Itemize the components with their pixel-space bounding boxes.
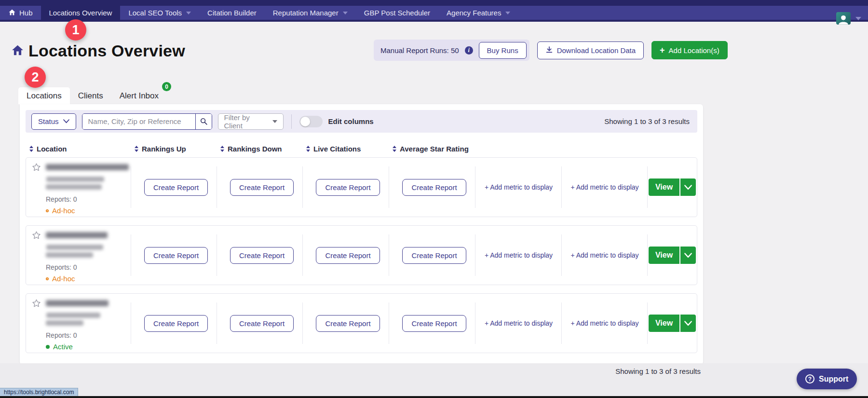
table-header-row: Location Rankings Up Rankings Down Live … bbox=[26, 140, 697, 157]
tab-alert-inbox[interactable]: Alert Inbox 0 bbox=[111, 87, 167, 104]
tab-bar: Locations Clients Alert Inbox 0 bbox=[18, 87, 167, 104]
results-summary-bottom: Showing 1 to 3 of 3 results bbox=[530, 367, 701, 375]
status-label: Ad-hoc bbox=[52, 274, 75, 283]
create-report-button-rankings-down[interactable]: Create Report bbox=[230, 247, 294, 264]
create-report-button-star-rating[interactable]: Create Report bbox=[402, 179, 466, 196]
column-header-location[interactable]: Location bbox=[26, 145, 131, 153]
location-cell: Reports: 0 Ad-hoc bbox=[26, 158, 131, 217]
account-menu[interactable] bbox=[836, 12, 861, 25]
view-dropdown-button[interactable] bbox=[680, 315, 696, 332]
search-input[interactable] bbox=[82, 114, 195, 129]
column-header-label: Live Citations bbox=[313, 145, 361, 153]
column-header-label: Rankings Up bbox=[142, 145, 186, 153]
buy-runs-button[interactable]: Buy Runs bbox=[479, 42, 527, 59]
create-report-button-live-citations[interactable]: Create Report bbox=[316, 179, 380, 196]
top-nav: Hub Locations Overview Local SEO Tools C… bbox=[0, 0, 868, 22]
column-header-rankings-down[interactable]: Rankings Down bbox=[217, 145, 302, 153]
create-report-button-rankings-down[interactable]: Create Report bbox=[230, 315, 294, 332]
add-metric-link[interactable]: + Add metric to display bbox=[485, 251, 553, 259]
column-header-live-citations[interactable]: Live Citations bbox=[302, 145, 389, 153]
view-dropdown-button[interactable] bbox=[680, 178, 696, 196]
annotation-step-badge-2: 2 bbox=[25, 67, 46, 88]
table-row: Reports: 0 Ad-hoc Create Report Create R… bbox=[26, 157, 697, 217]
add-metric-link[interactable]: + Add metric to display bbox=[570, 183, 638, 191]
chevron-down-icon bbox=[505, 12, 510, 14]
edit-columns-toggle[interactable] bbox=[299, 116, 323, 127]
nav-item-label: GBP Post Scheduler bbox=[364, 9, 430, 17]
location-search bbox=[82, 113, 212, 130]
nav-item-local-seo-tools[interactable]: Local SEO Tools bbox=[120, 6, 199, 20]
column-header-label: Location bbox=[37, 145, 67, 153]
nav-item-reputation-manager[interactable]: Reputation Manager bbox=[265, 6, 356, 20]
nav-item-gbp-post-scheduler[interactable]: GBP Post Scheduler bbox=[356, 6, 438, 20]
add-metric-link[interactable]: + Add metric to display bbox=[485, 183, 553, 191]
location-name-blurred[interactable] bbox=[46, 300, 108, 306]
tab-label: Clients bbox=[78, 91, 103, 101]
status-label: Active bbox=[53, 343, 73, 351]
tab-locations[interactable]: Locations bbox=[18, 87, 70, 104]
tab-clients[interactable]: Clients bbox=[70, 87, 111, 104]
user-avatar bbox=[836, 12, 851, 25]
chevron-down-icon bbox=[186, 12, 191, 14]
download-button-label: Download Location Data bbox=[557, 46, 636, 55]
sort-icon bbox=[393, 146, 396, 152]
location-address-blurred bbox=[46, 245, 103, 250]
filter-bar: Status Filter by Client Edit columns Sho… bbox=[26, 110, 697, 133]
status-dot-icon bbox=[46, 277, 49, 280]
view-button[interactable]: View bbox=[649, 315, 679, 332]
status-filter-dropdown[interactable]: Status bbox=[31, 113, 76, 130]
view-button[interactable]: View bbox=[649, 178, 679, 196]
table-row: Reports: 0 Active Create Report Create R… bbox=[26, 293, 697, 353]
download-icon bbox=[545, 46, 553, 55]
nav-item-hub[interactable]: Hub bbox=[0, 6, 41, 20]
create-report-button-live-citations[interactable]: Create Report bbox=[316, 315, 380, 332]
view-button[interactable]: View bbox=[649, 247, 679, 264]
download-location-data-button[interactable]: Download Location Data bbox=[537, 41, 644, 59]
chevron-down-icon bbox=[63, 119, 69, 124]
favorite-star-icon[interactable] bbox=[32, 299, 41, 351]
create-report-button-rankings-up[interactable]: Create Report bbox=[144, 247, 208, 264]
view-dropdown-button[interactable] bbox=[680, 247, 696, 264]
support-button[interactable]: ? Support bbox=[797, 369, 857, 389]
favorite-star-icon[interactable] bbox=[32, 231, 41, 283]
create-report-button-star-rating[interactable]: Create Report bbox=[402, 247, 466, 264]
column-header-average-star-rating[interactable]: Average Star Rating bbox=[389, 145, 475, 153]
create-report-button-star-rating[interactable]: Create Report bbox=[402, 315, 466, 332]
location-address-blurred bbox=[46, 313, 100, 318]
window-bottom-edge bbox=[0, 396, 868, 398]
add-metric-link[interactable]: + Add metric to display bbox=[570, 251, 638, 259]
location-name-blurred[interactable] bbox=[46, 164, 129, 170]
chevron-down-icon bbox=[684, 321, 692, 326]
nav-item-agency-features[interactable]: Agency Features bbox=[438, 6, 518, 20]
add-metric-link[interactable]: + Add metric to display bbox=[570, 319, 638, 327]
status-badge: Ad-hoc bbox=[46, 274, 108, 283]
nav-item-label: Citation Builder bbox=[207, 9, 257, 17]
search-button[interactable] bbox=[195, 114, 212, 129]
page-footer-area bbox=[0, 363, 868, 398]
nav-item-citation-builder[interactable]: Citation Builder bbox=[199, 6, 265, 20]
create-report-button-rankings-up[interactable]: Create Report bbox=[144, 179, 208, 196]
home-icon bbox=[8, 9, 16, 17]
page-title: Locations Overview bbox=[28, 41, 185, 60]
add-metric-link[interactable]: + Add metric to display bbox=[485, 319, 553, 327]
add-locations-button[interactable]: + Add Location(s) bbox=[651, 41, 728, 59]
nav-item-locations-overview[interactable]: Locations Overview bbox=[41, 6, 121, 20]
client-filter-dropdown[interactable]: Filter by Client bbox=[218, 113, 284, 130]
info-icon[interactable]: i bbox=[465, 46, 473, 55]
nav-item-label: Agency Features bbox=[447, 9, 501, 17]
favorite-star-icon[interactable] bbox=[32, 163, 41, 215]
browser-status-bar-url: https://tools.brightlocal.com bbox=[0, 388, 78, 397]
create-report-button-rankings-down[interactable]: Create Report bbox=[230, 179, 294, 196]
divider bbox=[291, 114, 292, 129]
location-cell: Reports: 0 Ad-hoc bbox=[26, 226, 131, 285]
question-mark-icon: ? bbox=[805, 374, 814, 384]
location-name-blurred[interactable] bbox=[46, 232, 108, 238]
column-header-label: Average Star Rating bbox=[400, 145, 469, 153]
client-filter-label: Filter by Client bbox=[224, 113, 263, 130]
column-header-rankings-up[interactable]: Rankings Up bbox=[131, 145, 217, 153]
create-report-button-rankings-up[interactable]: Create Report bbox=[144, 315, 208, 332]
create-report-button-live-citations[interactable]: Create Report bbox=[316, 247, 380, 264]
locations-overview-page: Hub Locations Overview Local SEO Tools C… bbox=[0, 0, 868, 398]
tab-label: Locations bbox=[27, 91, 62, 101]
toggle-knob bbox=[300, 117, 310, 126]
